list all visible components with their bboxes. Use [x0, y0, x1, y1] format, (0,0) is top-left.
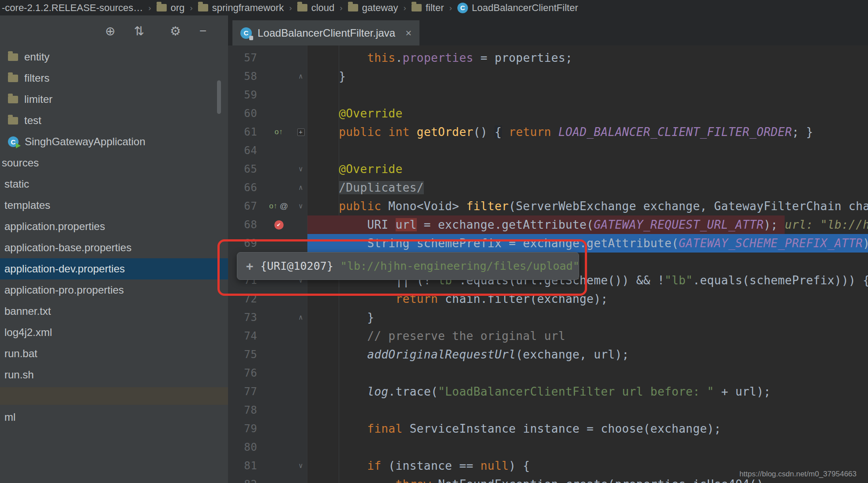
code-line[interactable]: }	[307, 308, 868, 327]
line-number[interactable]: 69	[228, 234, 263, 253]
code-line[interactable]: return chain.filter(exchange);	[307, 290, 868, 308]
fold-expand-icon[interactable]: +	[297, 128, 305, 136]
fold-marker[interactable]: +	[294, 123, 307, 141]
line-number[interactable]: 81	[228, 457, 263, 475]
fold-marker[interactable]: ∨	[294, 160, 307, 178]
breadcrumb-item[interactable]: filter	[412, 2, 444, 14]
code-line[interactable]: public Mono<Void> filter(ServerWebExchan…	[307, 197, 868, 215]
tree-item[interactable]: static	[0, 174, 228, 195]
watermark: https://blog.csdn.net/m0_37954663	[739, 470, 857, 479]
line-number[interactable]: 78	[228, 401, 263, 419]
settings-gear-icon[interactable]: ⚙	[170, 24, 181, 38]
code-line[interactable]: @Override	[307, 104, 868, 123]
tree-item[interactable]: run.sh	[0, 364, 228, 385]
override-icon[interactable]: o↑	[269, 197, 277, 215]
breadcrumb: -core-2.1.2.RELEASE-sources…›org›springf…	[0, 0, 868, 15]
code-line[interactable]: public int getOrder() { return LOAD_BALA…	[307, 123, 868, 141]
code-token	[311, 329, 367, 343]
code-line[interactable]: URI url = exchange.getAttribute(GATEWAY_…	[307, 215, 868, 234]
tree-item-label: templates	[4, 199, 50, 211]
gutter-icon-slot	[263, 308, 294, 327]
line-number[interactable]: 80	[228, 438, 263, 457]
breadcrumb-item[interactable]: CLoadBalancerClientFilter	[457, 2, 578, 14]
line-number[interactable]: 61	[228, 123, 263, 141]
breadcrumb-item[interactable]: gateway	[348, 2, 398, 14]
breadcrumb-item[interactable]: springframework	[198, 2, 284, 14]
line-number[interactable]: 79	[228, 419, 263, 438]
tree-scrollbar-thumb[interactable]	[217, 80, 221, 114]
tree-item[interactable]: banner.txt	[0, 301, 228, 322]
line-number[interactable]: 64	[228, 141, 263, 160]
code-token	[311, 292, 396, 306]
breakpoint-icon[interactable]: ✔	[274, 220, 284, 230]
collapse-all-icon[interactable]: ⇅	[134, 24, 144, 38]
fold-marker[interactable]: ∨	[294, 457, 307, 475]
code-line[interactable]	[307, 86, 868, 104]
code-line[interactable]	[307, 364, 868, 382]
tree-item[interactable]: run.bat	[0, 343, 228, 364]
line-number[interactable]: 73	[228, 308, 263, 327]
line-number[interactable]: 58	[228, 67, 263, 86]
fold-marker[interactable]: ∧	[294, 178, 307, 197]
code-line[interactable]: String schemePrefix = exchange.getAttrib…	[307, 234, 868, 253]
tree-item[interactable]: limiter	[0, 89, 228, 110]
expand-node-icon[interactable]: +	[246, 259, 253, 273]
line-number[interactable]: 76	[228, 364, 263, 382]
breadcrumb-item[interactable]: -core-2.1.2.RELEASE-sources…	[2, 2, 143, 14]
fold-marker	[294, 215, 307, 234]
fold-marker[interactable]: ∧	[294, 308, 307, 327]
line-number[interactable]: 67	[228, 197, 263, 215]
line-number[interactable]: 82	[228, 475, 263, 483]
editor-tab[interactable]: C LoadBalancerClientFilter.java ×	[232, 20, 419, 45]
line-number[interactable]: 60	[228, 104, 263, 123]
tree-item[interactable]: application.properties	[0, 216, 228, 237]
code-line[interactable]	[307, 141, 868, 160]
code-line[interactable]: // preserve the original url	[307, 327, 868, 345]
code-line[interactable]: addOriginalRequestUrl(exchange, url);	[307, 345, 868, 364]
line-number[interactable]: 72	[228, 290, 263, 308]
tree-item[interactable]	[0, 387, 228, 405]
override-icon[interactable]: o↑	[275, 123, 283, 141]
breadcrumb-separator: ›	[289, 3, 292, 13]
breadcrumb-item[interactable]: cloud	[297, 2, 335, 14]
tree-item[interactable]: application-base.properties	[0, 237, 228, 258]
tree-item[interactable]: application-pro.properties	[0, 279, 228, 301]
tree-item[interactable]: entity	[0, 46, 228, 68]
tree-item[interactable]: application-dev.properties	[0, 258, 228, 279]
line-number[interactable]: 77	[228, 382, 263, 401]
code-line[interactable]	[307, 438, 868, 457]
line-number[interactable]: 57	[228, 49, 263, 67]
breadcrumb-label: springframework	[212, 2, 284, 14]
code-token: URI	[311, 218, 396, 231]
tree-item[interactable]: ml	[0, 407, 228, 428]
tab-close-icon[interactable]: ×	[405, 27, 412, 39]
code-line[interactable]: @Override	[307, 160, 868, 178]
code-line[interactable]: final ServiceInstance instance = choose(…	[307, 419, 868, 438]
breadcrumb-item[interactable]: org	[157, 2, 185, 14]
code-line[interactable]	[307, 401, 868, 419]
line-number[interactable]: 59	[228, 86, 263, 104]
fold-marker[interactable]: ∨	[294, 197, 307, 215]
line-number[interactable]: 66	[228, 178, 263, 197]
line-number[interactable]: 65	[228, 160, 263, 178]
tree-item[interactable]: filters	[0, 68, 228, 89]
project-panel-toolbar: ⊕⇅⚙−	[0, 15, 228, 46]
tree-item[interactable]: CSinghGatewayApplication	[0, 131, 228, 152]
line-number[interactable]: 75	[228, 345, 263, 364]
code-line[interactable]: /Duplicates/	[307, 178, 868, 197]
hide-panel-icon[interactable]: −	[199, 24, 206, 38]
code-line[interactable]: log.trace("LoadBalancerClientFilter url …	[307, 382, 868, 401]
code-token: ; }	[792, 125, 813, 139]
gutter-icon-slot	[263, 401, 294, 419]
code-line[interactable]: this.properties = properties;	[307, 49, 868, 67]
tree-item[interactable]: test	[0, 110, 228, 131]
code-line[interactable]: }	[307, 67, 868, 86]
code-row: 73∧ }	[228, 308, 868, 327]
tree-item[interactable]: templates	[0, 195, 228, 216]
line-number[interactable]: 68	[228, 215, 263, 234]
line-number[interactable]: 74	[228, 327, 263, 345]
tree-item[interactable]: log4j2.xml	[0, 322, 228, 343]
tree-item[interactable]: sources	[0, 152, 228, 174]
fold-marker[interactable]: ∧	[294, 67, 307, 86]
locate-icon[interactable]: ⊕	[105, 24, 115, 38]
